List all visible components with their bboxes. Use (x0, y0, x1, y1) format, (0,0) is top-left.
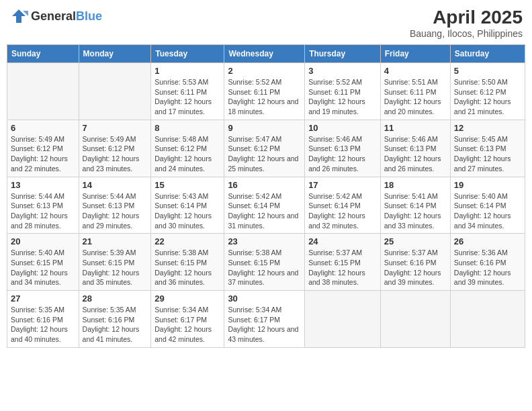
day-detail: Sunrise: 5:39 AM Sunset: 6:15 PM Dayligh… (83, 248, 148, 287)
day-number: 4 (384, 66, 447, 76)
day-detail: Sunrise: 5:34 AM Sunset: 6:17 PM Dayligh… (154, 305, 220, 345)
day-detail: Sunrise: 5:53 AM Sunset: 6:11 PM Dayligh… (154, 77, 220, 117)
calendar-week-5: 27Sunrise: 5:35 AM Sunset: 6:16 PM Dayli… (7, 291, 525, 348)
day-number: 6 (11, 123, 75, 133)
calendar-cell: 18Sunrise: 5:41 AM Sunset: 6:14 PM Dayli… (380, 177, 450, 234)
day-number: 15 (154, 180, 220, 190)
day-number: 23 (228, 236, 301, 246)
day-number: 25 (384, 236, 447, 246)
calendar-cell: 17Sunrise: 5:42 AM Sunset: 6:14 PM Dayli… (305, 177, 381, 234)
calendar-cell: 3Sunrise: 5:52 AM Sunset: 6:11 PM Daylig… (305, 63, 381, 120)
day-detail: Sunrise: 5:36 AM Sunset: 6:16 PM Dayligh… (454, 248, 521, 287)
calendar-cell: 29Sunrise: 5:34 AM Sunset: 6:17 PM Dayli… (151, 291, 224, 348)
day-detail: Sunrise: 5:41 AM Sunset: 6:14 PM Dayligh… (384, 191, 447, 231)
day-detail: Sunrise: 5:47 AM Sunset: 6:12 PM Dayligh… (228, 134, 301, 174)
logo: GeneralBlue (9, 7, 102, 26)
calendar-cell: 16Sunrise: 5:42 AM Sunset: 6:14 PM Dayli… (224, 177, 305, 234)
day-detail: Sunrise: 5:52 AM Sunset: 6:11 PM Dayligh… (308, 77, 377, 117)
calendar-cell: 26Sunrise: 5:36 AM Sunset: 6:16 PM Dayli… (450, 234, 525, 291)
calendar-table: SundayMondayTuesdayWednesdayThursdayFrid… (7, 44, 525, 348)
calendar-cell: 21Sunrise: 5:39 AM Sunset: 6:15 PM Dayli… (79, 234, 151, 291)
day-number: 7 (83, 123, 148, 133)
calendar-cell: 23Sunrise: 5:38 AM Sunset: 6:15 PM Dayli… (224, 234, 305, 291)
day-number: 11 (384, 123, 447, 133)
day-number: 10 (308, 123, 377, 133)
calendar-cell: 27Sunrise: 5:35 AM Sunset: 6:16 PM Dayli… (7, 291, 79, 348)
calendar-cell (450, 291, 525, 348)
calendar-cell: 14Sunrise: 5:44 AM Sunset: 6:13 PM Dayli… (79, 177, 151, 234)
day-detail: Sunrise: 5:49 AM Sunset: 6:12 PM Dayligh… (11, 134, 75, 174)
day-detail: Sunrise: 5:42 AM Sunset: 6:14 PM Dayligh… (308, 191, 377, 231)
day-detail: Sunrise: 5:42 AM Sunset: 6:14 PM Dayligh… (228, 191, 301, 231)
day-detail: Sunrise: 5:38 AM Sunset: 6:15 PM Dayligh… (228, 248, 301, 287)
day-number: 18 (384, 180, 447, 190)
calendar-cell: 5Sunrise: 5:50 AM Sunset: 6:12 PM Daylig… (450, 63, 525, 120)
day-detail: Sunrise: 5:50 AM Sunset: 6:12 PM Dayligh… (454, 77, 521, 117)
day-detail: Sunrise: 5:35 AM Sunset: 6:16 PM Dayligh… (83, 305, 148, 345)
calendar-header-sunday: Sunday (7, 45, 79, 63)
calendar-cell: 9Sunrise: 5:47 AM Sunset: 6:12 PM Daylig… (224, 120, 305, 177)
day-number: 16 (228, 180, 301, 190)
day-detail: Sunrise: 5:49 AM Sunset: 6:12 PM Dayligh… (83, 134, 148, 174)
day-number: 5 (454, 66, 521, 76)
day-number: 9 (228, 123, 301, 133)
day-detail: Sunrise: 5:46 AM Sunset: 6:13 PM Dayligh… (384, 134, 447, 174)
calendar-cell: 30Sunrise: 5:34 AM Sunset: 6:17 PM Dayli… (224, 291, 305, 348)
day-number: 21 (83, 236, 148, 246)
calendar-cell: 7Sunrise: 5:49 AM Sunset: 6:12 PM Daylig… (79, 120, 151, 177)
calendar-cell: 2Sunrise: 5:52 AM Sunset: 6:11 PM Daylig… (224, 63, 305, 120)
calendar-cell: 13Sunrise: 5:44 AM Sunset: 6:13 PM Dayli… (7, 177, 79, 234)
day-detail: Sunrise: 5:34 AM Sunset: 6:17 PM Dayligh… (228, 305, 301, 345)
title-area: April 2025 Bauang, Ilocos, Philippines (410, 7, 523, 39)
calendar-cell: 19Sunrise: 5:40 AM Sunset: 6:14 PM Dayli… (450, 177, 525, 234)
day-number: 30 (228, 293, 301, 304)
calendar-cell (7, 63, 79, 120)
calendar-cell: 8Sunrise: 5:48 AM Sunset: 6:12 PM Daylig… (151, 120, 224, 177)
calendar-cell: 24Sunrise: 5:37 AM Sunset: 6:15 PM Dayli… (305, 234, 381, 291)
day-detail: Sunrise: 5:40 AM Sunset: 6:15 PM Dayligh… (11, 248, 75, 287)
calendar-header-tuesday: Tuesday (151, 45, 224, 63)
calendar-header-friday: Friday (380, 45, 450, 63)
calendar-header-row: SundayMondayTuesdayWednesdayThursdayFrid… (7, 45, 525, 63)
calendar-cell: 1Sunrise: 5:53 AM Sunset: 6:11 PM Daylig… (151, 63, 224, 120)
day-detail: Sunrise: 5:43 AM Sunset: 6:14 PM Dayligh… (154, 191, 220, 231)
calendar-cell: 12Sunrise: 5:45 AM Sunset: 6:13 PM Dayli… (450, 120, 525, 177)
day-number: 20 (11, 236, 75, 246)
day-number: 1 (154, 66, 220, 76)
calendar-week-2: 6Sunrise: 5:49 AM Sunset: 6:12 PM Daylig… (7, 120, 525, 177)
calendar-week-3: 13Sunrise: 5:44 AM Sunset: 6:13 PM Dayli… (7, 177, 525, 234)
day-number: 19 (454, 180, 521, 190)
calendar-cell (305, 291, 381, 348)
day-number: 17 (308, 180, 377, 190)
day-number: 22 (154, 236, 220, 246)
calendar-header-thursday: Thursday (305, 45, 381, 63)
day-detail: Sunrise: 5:37 AM Sunset: 6:16 PM Dayligh… (384, 248, 447, 287)
header: GeneralBlue April 2025 Bauang, Ilocos, P… (7, 7, 525, 39)
calendar-cell: 6Sunrise: 5:49 AM Sunset: 6:12 PM Daylig… (7, 120, 79, 177)
main-title: April 2025 (410, 7, 523, 28)
day-detail: Sunrise: 5:35 AM Sunset: 6:16 PM Dayligh… (11, 305, 75, 345)
calendar-cell: 22Sunrise: 5:38 AM Sunset: 6:15 PM Dayli… (151, 234, 224, 291)
day-number: 14 (83, 180, 148, 190)
day-detail: Sunrise: 5:46 AM Sunset: 6:13 PM Dayligh… (308, 134, 377, 174)
subtitle: Bauang, Ilocos, Philippines (410, 28, 523, 39)
day-number: 13 (11, 180, 75, 190)
calendar-week-4: 20Sunrise: 5:40 AM Sunset: 6:15 PM Dayli… (7, 234, 525, 291)
calendar-cell: 25Sunrise: 5:37 AM Sunset: 6:16 PM Dayli… (380, 234, 450, 291)
day-number: 3 (308, 66, 377, 76)
calendar-header-wednesday: Wednesday (224, 45, 305, 63)
day-number: 24 (308, 236, 377, 246)
day-number: 2 (228, 66, 301, 76)
calendar-week-1: 1Sunrise: 5:53 AM Sunset: 6:11 PM Daylig… (7, 63, 525, 120)
logo-text-blue: Blue (76, 9, 102, 23)
calendar-cell: 28Sunrise: 5:35 AM Sunset: 6:16 PM Dayli… (79, 291, 151, 348)
day-detail: Sunrise: 5:45 AM Sunset: 6:13 PM Dayligh… (454, 134, 521, 174)
day-detail: Sunrise: 5:52 AM Sunset: 6:11 PM Dayligh… (228, 77, 301, 117)
day-number: 29 (154, 293, 220, 304)
logo-text-general: General (31, 9, 76, 23)
day-detail: Sunrise: 5:40 AM Sunset: 6:14 PM Dayligh… (454, 191, 521, 231)
day-detail: Sunrise: 5:38 AM Sunset: 6:15 PM Dayligh… (154, 248, 220, 287)
logo-icon (9, 7, 28, 26)
calendar-cell: 20Sunrise: 5:40 AM Sunset: 6:15 PM Dayli… (7, 234, 79, 291)
day-detail: Sunrise: 5:51 AM Sunset: 6:11 PM Dayligh… (384, 77, 447, 117)
